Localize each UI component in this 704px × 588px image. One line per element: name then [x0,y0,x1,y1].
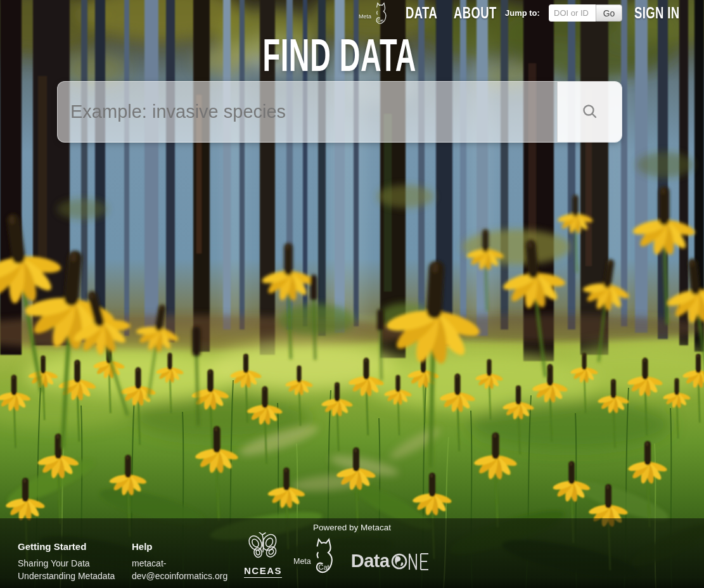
metacat-cat-icon: Cat [370,1,392,27]
search-bar [57,81,622,143]
dataone-logo[interactable]: Data [351,552,430,578]
sign-in-link[interactable]: SIGN IN [634,4,679,22]
dataone-data-label: Data [351,552,390,570]
nav-item-about[interactable]: ABOUT [454,4,497,22]
metacat-cat-icon: Cat [309,536,338,578]
nceas-logo[interactable]: NCEAS [243,532,283,578]
jump-to-label: Jump to: [505,8,540,18]
nceas-butterfly-icon [245,532,281,561]
jump-to-id-input[interactable] [549,4,596,22]
metacat-header-logo[interactable]: Meta Cat [359,1,392,27]
help-heading: Help [132,541,230,552]
metacat-cat-label: Cat [318,563,329,571]
dataone-globe-icon [391,553,407,570]
link-understanding-metadata[interactable]: Understanding Metadata [18,570,125,582]
powered-by-metacat-link[interactable]: Powered by Metacat [0,523,704,532]
hero-section: FIND DATA [57,32,622,78]
search-icon [581,103,599,121]
metacat-footer-logo[interactable]: Meta Cat [293,536,338,578]
logo-meta-label: Meta [359,13,371,20]
dataone-ne-letters [408,553,430,570]
nav-item-data[interactable]: DATA [406,4,437,22]
metacat-meta-label: Meta [293,557,311,566]
metacat-home-page: Meta Cat DATA ABOUT Jump to: Go SIGN IN … [0,0,704,588]
link-sharing-your-data[interactable]: Sharing Your Data [18,557,125,570]
go-button[interactable]: Go [596,4,622,22]
help-email-link[interactable]: metacat-dev@ecoinformatics.org [132,557,230,582]
search-button[interactable] [557,82,622,142]
footer-help-column: Help metacat-dev@ecoinformatics.org [132,541,230,582]
logo-cat-label: Cat [378,18,384,22]
nceas-label: NCEAS [244,565,282,578]
top-nav: Meta Cat DATA ABOUT Jump to: Go SIGN IN [0,0,704,28]
search-input[interactable] [58,82,557,142]
footer-logos: NCEAS Meta Cat Data [243,532,430,578]
getting-started-heading: Getting Started [18,541,125,552]
footer: Powered by Metacat Getting Started Shari… [0,518,704,588]
footer-getting-started-column: Getting Started Sharing Your Data Unders… [18,541,125,582]
page-title: FIND DATA [263,32,417,78]
